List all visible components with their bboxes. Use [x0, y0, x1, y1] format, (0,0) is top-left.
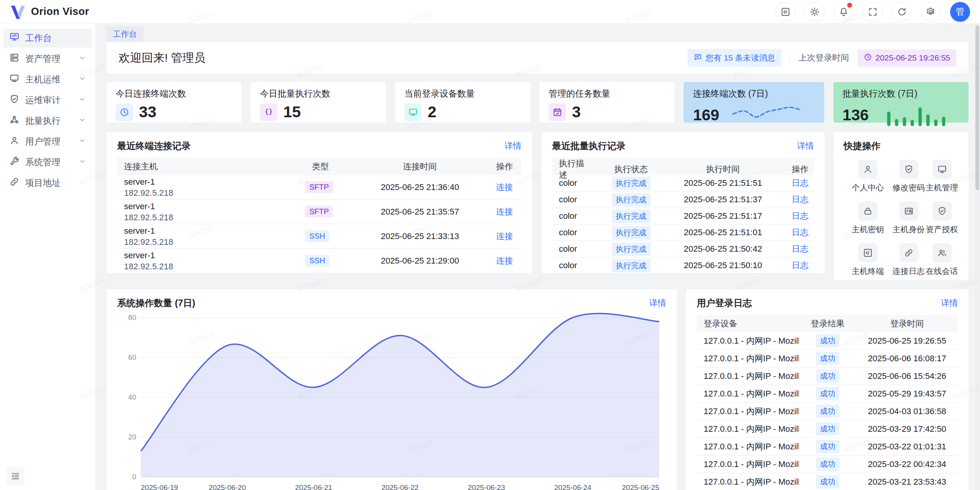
- divider: [790, 52, 790, 64]
- table-row: color 执行完成 2025-06-25 21:50:42 日志: [552, 241, 814, 257]
- refresh-button[interactable]: [892, 2, 912, 22]
- fullscreen-button[interactable]: [863, 2, 883, 22]
- result-badge: 成功: [816, 440, 840, 453]
- table-row: 127.0.0.1 - 内网IP - Mozilla/5.0 (Windows …: [697, 403, 958, 420]
- sidebar: 工作台 资产管理 主机运维 运维审计 批量执行 用户管理 系统管理 项目地址: [0, 24, 96, 490]
- stat-value: 33: [139, 103, 157, 121]
- chevron-down-icon: [78, 54, 86, 64]
- notification-dot: [847, 3, 852, 8]
- dashboard-icon: [9, 32, 20, 44]
- login-time: 2025-06-25 19:26:55: [856, 336, 958, 346]
- connect-link[interactable]: 连接: [496, 182, 513, 192]
- type-badge: SFTP: [305, 181, 333, 193]
- status-badge: 执行完成: [612, 259, 651, 272]
- quick-action-user[interactable]: 个人中心: [844, 160, 892, 193]
- sidebar-item-monitor[interactable]: 主机运维: [3, 70, 92, 89]
- login-time: 2025-03-22 00:42:34: [856, 459, 958, 469]
- stat-card: 今日批量执行次数 15: [251, 82, 386, 123]
- svg-text:2025-06-21: 2025-06-21: [295, 483, 332, 490]
- log-link[interactable]: 日志: [792, 261, 808, 270]
- status-badge: 执行完成: [612, 210, 651, 223]
- terminal-detail-link[interactable]: 详情: [505, 140, 521, 152]
- quick-action-idcard[interactable]: 主机身份: [892, 202, 925, 235]
- recent-batch-exec-card: 最近批量执行记录 详情 执行描述执行状态执行时间操作 color 执行完成 20…: [541, 132, 825, 273]
- column-header: 登录结果: [799, 318, 856, 329]
- chevron-down-icon: [78, 74, 86, 85]
- gear-button[interactable]: [921, 2, 941, 22]
- login-device: 127.0.0.1 - 内网IP - Mozilla/5.0 (Windows …: [697, 406, 799, 417]
- clock-icon: [864, 53, 872, 63]
- login-detail-link[interactable]: 详情: [941, 297, 958, 309]
- link-icon: [9, 177, 20, 189]
- stat-label: 连接终端次数 (7日): [693, 88, 815, 100]
- orion-visor-logo-icon: [10, 4, 26, 20]
- connect-link[interactable]: 连接: [496, 231, 513, 241]
- link-icon: [899, 243, 918, 262]
- log-link[interactable]: 日志: [792, 178, 808, 188]
- table-row: 127.0.0.1 - 内网IP - Mozilla/5.0 (Windows …: [697, 473, 958, 490]
- log-link[interactable]: 日志: [792, 244, 808, 254]
- column-header: 执行描述: [552, 158, 594, 181]
- table-row: 127.0.0.1 - 内网IP - Mozilla/5.0 (Windows …: [697, 420, 958, 438]
- quick-actions-card: 快捷操作 个人中心 修改密码 主机管理 主机密钥 主机身份 资产授权 主机终端 …: [834, 132, 969, 280]
- connect-link[interactable]: 连接: [496, 256, 513, 265]
- quick-action-monitor[interactable]: 主机管理: [925, 160, 959, 193]
- quick-action-link[interactable]: 连接日志: [892, 243, 925, 277]
- stat-value: 2: [428, 103, 436, 121]
- connect-link[interactable]: 连接: [496, 207, 513, 216]
- braces-icon: [260, 103, 278, 121]
- log-link[interactable]: 日志: [792, 228, 808, 237]
- quick-action-code[interactable]: 主机终端: [844, 243, 892, 277]
- log-link[interactable]: 日志: [792, 195, 808, 204]
- shield-icon: [899, 160, 918, 179]
- sidebar-collapse-button[interactable]: [6, 467, 24, 485]
- bell-button[interactable]: [834, 2, 854, 22]
- svg-text:80: 80: [128, 313, 136, 321]
- log-link[interactable]: 日志: [792, 211, 808, 221]
- sidebar-item-wrench[interactable]: 系统管理: [3, 153, 92, 172]
- quick-action-lock[interactable]: 主机密钥: [844, 202, 892, 235]
- quick-action-shield[interactable]: 修改密码: [892, 160, 925, 193]
- exec-time: 2025-06-25 21:51:51: [668, 178, 777, 188]
- sidebar-item-user[interactable]: 用户管理: [3, 132, 92, 151]
- breadcrumb-item-workbench[interactable]: 工作台: [106, 26, 144, 42]
- exec-table-header: 执行描述执行状态执行时间操作: [552, 158, 814, 175]
- user-avatar[interactable]: 管: [950, 2, 970, 22]
- sidebar-item-batch[interactable]: 批量执行: [3, 111, 92, 130]
- sidebar-item-dashboard[interactable]: 工作台: [3, 29, 92, 48]
- app-title: Orion Visor: [31, 6, 89, 18]
- quick-action-users[interactable]: 在线会话: [925, 243, 959, 277]
- user-icon: [858, 160, 877, 179]
- table-row: server-1 182.92.5.218 SSH 2025-06-25 21:…: [117, 224, 521, 249]
- shield-icon: [933, 202, 952, 221]
- login-time: 2025-03-21 23:53:43: [856, 477, 958, 487]
- code-button[interactable]: [776, 2, 795, 22]
- column-header: 操作: [477, 161, 521, 172]
- stat-label: 管理的任务数量: [549, 88, 665, 100]
- sidebar-item-shield[interactable]: 运维审计: [3, 91, 92, 110]
- quick-action-shield[interactable]: 资产授权: [925, 202, 959, 235]
- scrollbar-thumb[interactable]: [975, 25, 979, 190]
- stat-label: 今日连接终端次数: [116, 88, 232, 100]
- login-time: 2025-06-06 15:54:26: [856, 371, 958, 381]
- chart-detail-link[interactable]: 详情: [649, 297, 666, 309]
- sun-button[interactable]: [805, 2, 825, 22]
- login-device: 127.0.0.1 - 内网IP - Mozilla/5.0 (Windows …: [697, 335, 799, 347]
- idcard-icon: [899, 202, 918, 221]
- sidebar-item-assets[interactable]: 资产管理: [3, 49, 92, 68]
- main-content: 工作台 欢迎回来! 管理员 您有 15 条未读消息 上次登录时间 2025-06…: [96, 24, 980, 490]
- unread-messages-badge[interactable]: 您有 15 条未读消息: [688, 49, 781, 67]
- sidebar-menu: 工作台 资产管理 主机运维 运维审计 批量执行 用户管理 系统管理 项目地址: [0, 29, 95, 192]
- login-time: 2025-06-06 16:08:17: [856, 354, 958, 364]
- page-scrollbar[interactable]: [975, 24, 980, 490]
- exec-detail-link[interactable]: 详情: [797, 140, 814, 152]
- table-row: color 执行完成 2025-06-25 21:51:01 日志: [552, 225, 814, 241]
- connect-time: 2025-06-25 21:29:00: [363, 256, 477, 266]
- host-ip: 182.92.5.218: [124, 236, 298, 247]
- sidebar-item-link[interactable]: 项目地址: [3, 174, 92, 192]
- last-login-label: 上次登录时间: [799, 52, 849, 64]
- svg-text:2025-06-24: 2025-06-24: [554, 483, 592, 490]
- sparkline-chart: [719, 102, 815, 128]
- result-badge: 成功: [816, 334, 840, 347]
- code-icon: [858, 243, 877, 262]
